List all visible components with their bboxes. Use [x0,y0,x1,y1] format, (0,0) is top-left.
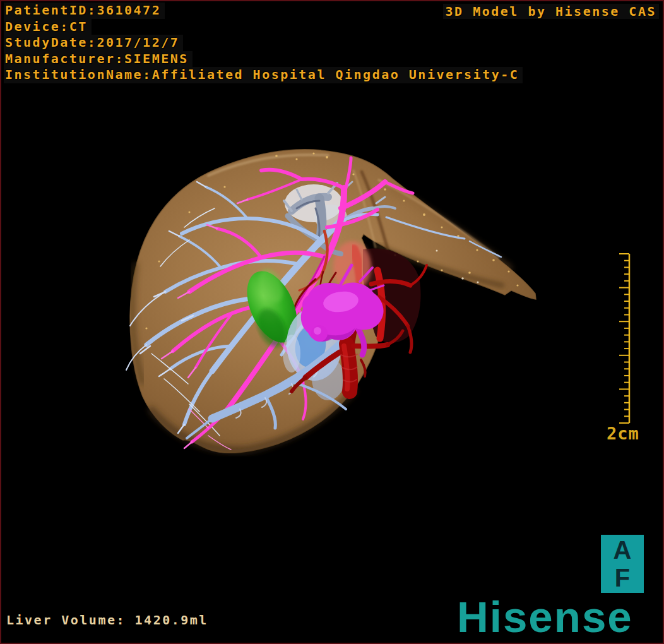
viewport-border [0,0,664,644]
